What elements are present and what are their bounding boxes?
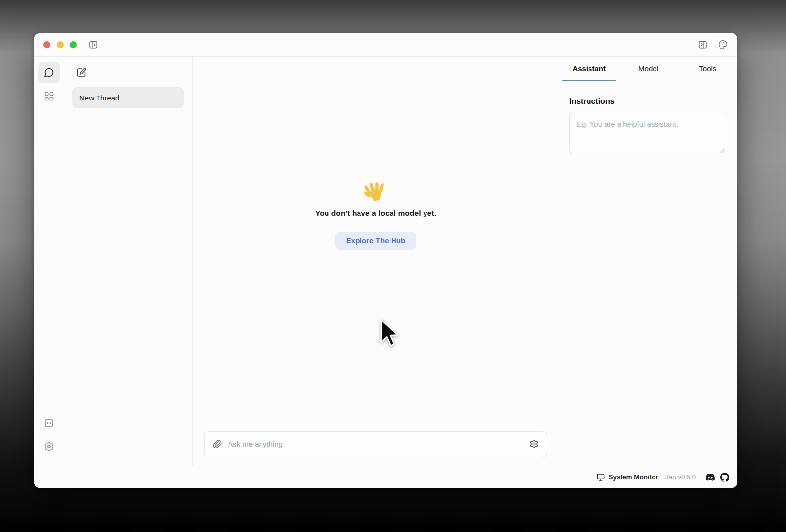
theme-palette-icon[interactable] <box>718 39 728 50</box>
right-panel-tabs: Assistant Model Tools <box>559 57 737 81</box>
new-thread-pencil-icon[interactable] <box>75 66 88 79</box>
attach-file-button[interactable] <box>213 439 222 449</box>
speech-bubble-icon <box>44 67 54 78</box>
icon-rail <box>34 57 64 466</box>
system-monitor-label: System Monitor <box>608 473 658 481</box>
desktop-background: { "titlebar": { "traffic_lights": ["clos… <box>0 0 786 532</box>
instructions-textarea[interactable] <box>569 113 727 154</box>
waving-hand-emoji <box>364 179 387 202</box>
traffic-lights <box>43 41 77 48</box>
empty-state-message: You don't have a local model yet. <box>315 209 436 218</box>
tab-tools[interactable]: Tools <box>678 57 737 81</box>
chat-input-bar <box>204 431 547 457</box>
thread-title: New Thread <box>79 94 119 102</box>
close-button[interactable] <box>43 41 50 48</box>
statusbar: System Monitor Jan v0.5.0 <box>34 466 737 488</box>
titlebar <box>34 33 737 57</box>
instructions-box <box>569 113 727 156</box>
monitor-icon <box>597 473 605 481</box>
toggle-right-panel-icon[interactable] <box>697 39 708 50</box>
gear-icon <box>44 441 54 452</box>
minimize-button[interactable] <box>57 41 64 48</box>
github-icon[interactable] <box>720 473 729 482</box>
assistant-tab-content: Instructions <box>559 81 737 166</box>
tab-model[interactable]: Model <box>619 57 678 81</box>
zoom-button[interactable] <box>70 41 77 48</box>
discord-icon[interactable] <box>706 473 715 482</box>
system-monitor-button[interactable]: System Monitor <box>597 473 658 481</box>
grid-icon <box>44 91 54 101</box>
paperclip-icon <box>213 439 222 449</box>
app-version-label: Jan v0.5.0 <box>665 473 696 481</box>
thread-list-item[interactable]: New Thread <box>72 87 184 108</box>
sidebar-item-settings[interactable] <box>38 435 60 457</box>
collapse-left-panel-icon[interactable] <box>88 39 98 50</box>
sidebar-item-hub[interactable] <box>38 85 60 107</box>
sidebar-item-local-api-server[interactable] <box>38 412 60 433</box>
gear-icon <box>529 439 539 449</box>
threads-panel: New Thread <box>64 57 193 466</box>
chat-message-input[interactable] <box>228 440 529 448</box>
titlebar-right-actions <box>697 39 728 50</box>
empty-state: You don't have a local model yet. Explor… <box>193 57 559 431</box>
threads-toolbar <box>72 64 184 81</box>
inference-settings-button[interactable] <box>529 439 539 449</box>
social-links <box>706 473 729 482</box>
tab-assistant[interactable]: Assistant <box>559 57 619 81</box>
assistant-panel: Assistant Model Tools Instructions <box>559 57 737 466</box>
explore-hub-button[interactable]: Explore The Hub <box>335 232 417 250</box>
chat-main: You don't have a local model yet. Explor… <box>193 57 559 466</box>
app-body: New Thread <box>34 57 737 466</box>
instructions-heading: Instructions <box>569 97 727 106</box>
app-window: New Thread <box>34 33 737 488</box>
sidebar-item-threads[interactable] <box>38 62 60 83</box>
code-square-icon <box>44 418 54 428</box>
